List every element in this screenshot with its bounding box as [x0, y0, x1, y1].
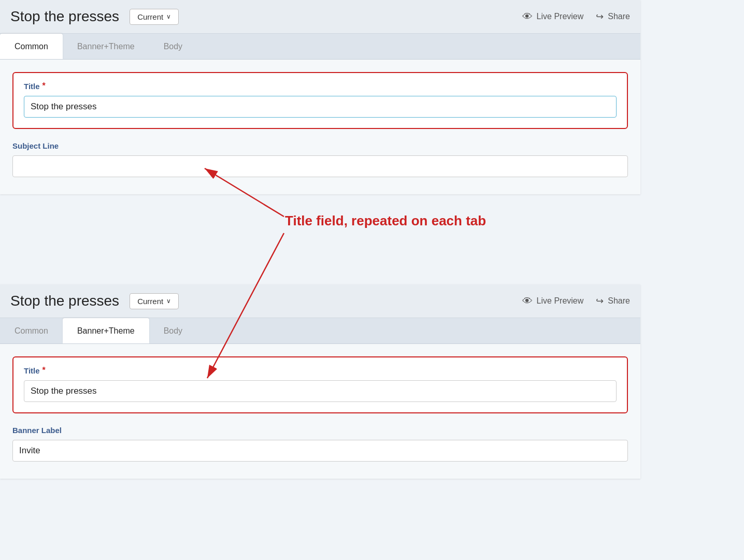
top-page-title: Stop the presses — [10, 8, 119, 25]
top-tab-banner-theme[interactable]: Banner+Theme — [63, 34, 149, 59]
bottom-version-label: Current — [137, 297, 163, 306]
bottom-title-field-box: Title * — [12, 356, 628, 413]
top-share-button[interactable]: ↪ Share — [596, 11, 630, 22]
bottom-page-title: Stop the presses — [10, 293, 119, 309]
top-version-label: Current — [137, 12, 163, 21]
bottom-eye-icon: 👁 — [522, 295, 533, 307]
top-tab-common[interactable]: Common — [0, 34, 63, 59]
bottom-banner-label-input[interactable] — [12, 440, 628, 462]
top-header-actions: 👁 Live Preview ↪ Share — [522, 11, 630, 23]
top-live-preview-label: Live Preview — [537, 12, 584, 21]
top-title-required-star: * — [42, 81, 46, 91]
top-share-label: Share — [608, 12, 630, 21]
bottom-panel: Stop the presses Current ∨ 👁 Live Previe… — [0, 284, 640, 479]
top-title-field-box: Title * — [12, 72, 628, 129]
bottom-tabs: Common Banner+Theme Body — [0, 318, 640, 344]
top-form-content: Title * Subject Line — [0, 60, 640, 194]
top-chevron-down-icon: ∨ — [166, 13, 171, 20]
bottom-chevron-down-icon: ∨ — [166, 297, 171, 305]
bottom-form-content: Title * Banner Label — [0, 344, 640, 479]
bottom-live-preview-button[interactable]: 👁 Live Preview — [522, 295, 584, 307]
top-tab-body[interactable]: Body — [149, 34, 197, 59]
bottom-banner-label-label: Banner Label — [12, 426, 628, 435]
bottom-share-icon: ↪ — [596, 295, 604, 307]
bottom-tab-banner-theme[interactable]: Banner+Theme — [63, 318, 149, 343]
top-eye-icon: 👁 — [522, 11, 533, 23]
bottom-banner-label-section: Banner Label — [12, 426, 628, 462]
bottom-share-button[interactable]: ↪ Share — [596, 295, 630, 307]
bottom-header-actions: 👁 Live Preview ↪ Share — [522, 295, 630, 307]
bottom-title-required-star: * — [42, 366, 46, 375]
top-live-preview-button[interactable]: 👁 Live Preview — [522, 11, 584, 23]
bottom-header: Stop the presses Current ∨ 👁 Live Previe… — [0, 284, 640, 318]
bottom-title-label: Title * — [24, 366, 617, 375]
bottom-share-label: Share — [608, 296, 630, 306]
bottom-live-preview-label: Live Preview — [537, 296, 584, 306]
bottom-tab-common[interactable]: Common — [0, 318, 63, 343]
top-tabs: Common Banner+Theme Body — [0, 34, 640, 60]
top-title-label: Title * — [24, 81, 617, 91]
top-subject-line-label: Subject Line — [12, 141, 628, 150]
top-subject-line-section: Subject Line — [12, 141, 628, 177]
annotation-text: Title field, repeated on each tab — [285, 213, 486, 228]
bottom-title-input[interactable] — [24, 380, 617, 402]
top-panel: Stop the presses Current ∨ 👁 Live Previe… — [0, 0, 640, 194]
top-header: Stop the presses Current ∨ 👁 Live Previe… — [0, 0, 640, 34]
top-title-input[interactable] — [24, 96, 617, 118]
bottom-tab-body[interactable]: Body — [149, 318, 197, 343]
top-share-icon: ↪ — [596, 11, 604, 22]
top-subject-line-input[interactable] — [12, 155, 628, 177]
top-version-button[interactable]: Current ∨ — [130, 9, 179, 25]
bottom-version-button[interactable]: Current ∨ — [130, 293, 179, 309]
